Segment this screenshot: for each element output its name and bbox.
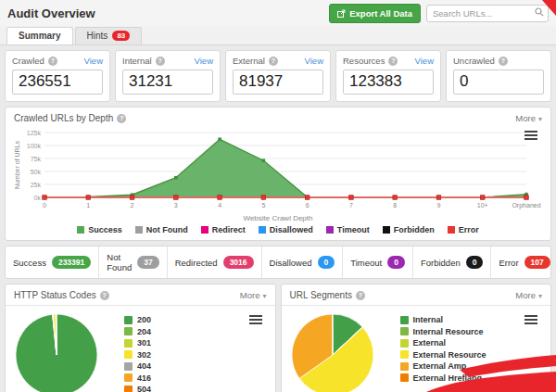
page-title: Audit Overview	[7, 6, 95, 20]
legend-swatch	[326, 226, 334, 234]
legend-item-404[interactable]: 404	[124, 361, 151, 371]
http-status-pie-chart	[13, 311, 100, 392]
help-icon[interactable]: ?	[388, 57, 398, 66]
depth-chart-legend: SuccessNot FoundRedirectDisallowedTimeou…	[11, 222, 545, 240]
status-label: Disallowed	[270, 258, 312, 268]
status-cell-success[interactable]: Success233391	[6, 247, 99, 278]
status-cell-forbidden[interactable]: Forbidden0	[413, 247, 492, 278]
stat-value: 81937	[233, 70, 323, 95]
status-cell-redirected[interactable]: Redirected3016	[168, 247, 262, 278]
legend-swatch	[400, 339, 409, 348]
legend-swatch	[383, 226, 390, 234]
view-link[interactable]: View	[84, 56, 103, 66]
stat-value: 236551	[12, 70, 103, 95]
legend-item-external[interactable]: External	[400, 338, 486, 348]
stat-label: External	[233, 56, 265, 66]
more-menu[interactable]: More▾	[515, 290, 542, 300]
red-marker-top-right	[542, 0, 556, 16]
legend-item-error[interactable]: Error	[448, 225, 479, 234]
help-icon[interactable]: ?	[156, 57, 165, 66]
legend-item-disallowed[interactable]: Disallowed	[259, 225, 313, 234]
view-link[interactable]: View	[415, 56, 434, 66]
legend-item-redirect[interactable]: Redirect	[201, 225, 246, 234]
search-input[interactable]	[426, 5, 549, 22]
http-status-codes-panel: HTTP Status Codes ? More▾ 20020430130240…	[5, 284, 276, 392]
legend-swatch	[124, 362, 133, 371]
legend-item-internal-resource[interactable]: Internal Resource	[400, 327, 486, 336]
status-cell-error[interactable]: Error107	[491, 247, 556, 278]
status-count-badge: 0	[318, 256, 335, 269]
status-count-badge: 107	[524, 256, 550, 269]
legend-item-success[interactable]: Success	[77, 225, 122, 234]
status-label: Success	[13, 258, 46, 268]
help-icon[interactable]: ?	[117, 114, 126, 123]
red-marker-bottom-right	[426, 355, 556, 392]
legend-item-timeout[interactable]: Timeout	[326, 225, 370, 234]
more-menu[interactable]: More▾	[240, 290, 267, 300]
view-link[interactable]: View	[195, 56, 213, 66]
legend-item-internal[interactable]: Internal	[400, 315, 486, 324]
legend-item-forbidden[interactable]: Forbidden	[383, 225, 435, 234]
help-icon[interactable]: ?	[356, 291, 365, 300]
tab-hints[interactable]: Hints 83	[75, 27, 143, 44]
svg-text:50k: 50k	[31, 169, 42, 175]
hints-count-badge: 83	[112, 31, 130, 41]
status-cell-timeout[interactable]: Timeout0	[343, 247, 413, 278]
stat-card-uncrawled: Uncrawled ? 0	[446, 50, 551, 102]
chart-menu-icon[interactable]	[524, 129, 537, 142]
legend-item-504[interactable]: 504	[124, 385, 151, 392]
chevron-down-icon: ▾	[538, 115, 542, 123]
panel-title: Crawled URLs by Depth	[14, 113, 113, 123]
legend-swatch	[124, 339, 133, 348]
export-all-data-button[interactable]: Export All Data	[329, 4, 421, 23]
svg-text:8: 8	[393, 202, 397, 209]
legend-item-200[interactable]: 200	[124, 315, 151, 324]
stat-value: 31231	[122, 70, 213, 95]
svg-text:75k: 75k	[31, 156, 42, 162]
legend-item-204[interactable]: 204	[124, 327, 151, 336]
help-icon[interactable]: ?	[48, 57, 57, 66]
legend-item-302[interactable]: 302	[124, 350, 151, 360]
status-cell-disallowed[interactable]: Disallowed0	[262, 247, 344, 278]
legend-swatch	[400, 316, 409, 324]
svg-text:4: 4	[218, 202, 221, 209]
chart-menu-icon[interactable]	[524, 313, 537, 326]
legend-swatch	[124, 327, 133, 335]
status-summary-row: Success233391Not Found37Redirected3016Di…	[5, 246, 551, 279]
chart-menu-icon[interactable]	[249, 313, 262, 326]
legend-item-416[interactable]: 416	[124, 373, 151, 383]
legend-swatch	[259, 226, 266, 234]
http-status-legend: 200204301302404416504	[124, 315, 151, 392]
help-icon[interactable]: ?	[269, 57, 278, 66]
more-menu[interactable]: More▾	[515, 113, 542, 123]
stat-label: Internal	[122, 56, 152, 66]
stat-value: 0	[453, 70, 544, 95]
legend-swatch	[201, 226, 208, 234]
status-label: Not Found	[107, 252, 132, 272]
export-button-label: Export All Data	[349, 8, 412, 19]
status-count-badge: 37	[137, 256, 158, 269]
stat-label: Uncrawled	[453, 56, 495, 66]
panel-title: URL Segments	[290, 290, 352, 300]
view-link[interactable]: View	[305, 56, 323, 66]
export-icon	[337, 9, 346, 18]
svg-text:0k: 0k	[34, 195, 42, 201]
svg-text:125k: 125k	[27, 130, 42, 136]
tab-summary[interactable]: Summary	[6, 27, 73, 44]
legend-item-301[interactable]: 301	[124, 338, 151, 348]
status-label: Redirected	[175, 258, 218, 268]
status-cell-not-found[interactable]: Not Found37	[99, 247, 167, 278]
stat-value: 123383	[343, 70, 434, 95]
svg-text:5: 5	[261, 202, 265, 209]
url-segments-pie-chart	[289, 311, 376, 392]
chevron-down-icon: ▾	[538, 292, 542, 300]
svg-text:2: 2	[131, 202, 134, 209]
tab-summary-label: Summary	[19, 31, 61, 41]
svg-text:6: 6	[306, 202, 310, 209]
legend-swatch	[124, 373, 133, 382]
status-count-badge: 233391	[52, 256, 91, 269]
help-icon[interactable]: ?	[499, 57, 508, 66]
legend-item-not-found[interactable]: Not Found	[135, 225, 188, 234]
legend-swatch	[448, 226, 455, 234]
help-icon[interactable]: ?	[100, 291, 109, 300]
